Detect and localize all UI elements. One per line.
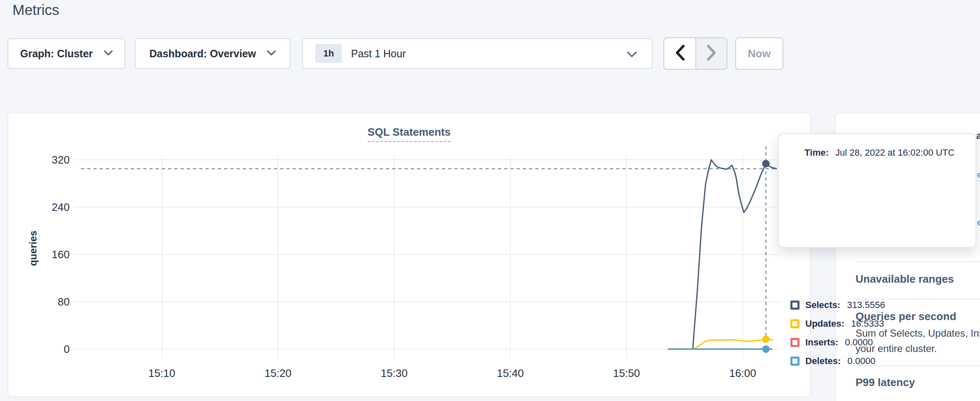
next-time-button[interactable] xyxy=(695,38,726,69)
time-range-label: Past 1 Hour xyxy=(351,48,406,60)
graph-dropdown-label: Graph: Cluster xyxy=(20,48,93,60)
deletes-swatch-icon xyxy=(790,357,800,366)
time-pager xyxy=(663,37,727,70)
chevron-left-icon xyxy=(675,44,685,63)
chevron-down-icon xyxy=(267,50,276,57)
tooltip-row-selects: Selects: 313.5556 xyxy=(790,300,885,311)
inserts-swatch-icon xyxy=(790,338,800,347)
chart-title-row: SQL Statements xyxy=(8,126,810,142)
tooltip-row-deletes: Deletes: 0.0000 xyxy=(790,356,875,367)
divider xyxy=(856,298,980,299)
time-range-picker[interactable]: 1h Past 1 Hour xyxy=(302,38,653,69)
metrics-page: Metrics Graph: Cluster Dashboard: Overvi… xyxy=(0,0,980,401)
tooltip-row-label: Selects: xyxy=(805,300,840,311)
time-range-badge: 1h xyxy=(315,44,342,63)
dashboard-dropdown-label: Dashboard: Overview xyxy=(149,48,256,60)
divider xyxy=(856,261,980,262)
chart-title[interactable]: SQL Statements xyxy=(368,126,451,142)
tooltip-row-label: Inserts: xyxy=(805,337,838,348)
clipped-link-fragment: e xyxy=(977,218,980,227)
graph-dropdown[interactable]: Graph: Cluster xyxy=(7,38,125,69)
dashboard-dropdown[interactable]: Dashboard: Overview xyxy=(135,38,290,69)
tooltip-row-value: 0.0000 xyxy=(848,356,875,367)
sql-statements-card: SQL Statements xyxy=(7,112,811,397)
chevron-down-icon xyxy=(627,51,637,59)
tooltip-row-value: 0.0000 xyxy=(845,337,873,348)
chart-tooltip: Time:Jul 28, 2022 at 16:02:00 UTC Select… xyxy=(778,133,976,248)
updates-swatch-icon xyxy=(790,319,800,328)
clipped-heading-fragment: a xyxy=(976,130,980,142)
chevron-down-icon xyxy=(104,50,113,57)
tooltip-row-value: 313.5556 xyxy=(847,300,885,311)
sidebar-item-p99-latency: P99 latency xyxy=(856,376,915,389)
tooltip-row-label: Deletes: xyxy=(805,356,841,367)
tooltip-row-updates: Updates: 16.5333 xyxy=(790,318,884,329)
tooltip-time-row: Time:Jul 28, 2022 at 16:02:00 UTC xyxy=(804,147,955,158)
selects-swatch-icon xyxy=(790,301,800,310)
now-button[interactable]: Now xyxy=(735,37,783,70)
prev-time-button[interactable] xyxy=(664,38,695,69)
tooltip-time-label: Time: xyxy=(804,147,829,158)
page-title: Metrics xyxy=(12,2,59,18)
tooltip-row-label: Updates: xyxy=(805,318,844,329)
clipped-link-fragment: e xyxy=(977,170,980,180)
sidebar-item-unavailable-ranges: Unavailable ranges xyxy=(856,273,954,286)
chevron-right-icon xyxy=(706,44,717,63)
tooltip-row-value: 16.5333 xyxy=(851,318,884,329)
tooltip-row-inserts: Inserts: 0.0000 xyxy=(790,337,873,348)
tooltip-time-value: Jul 28, 2022 at 16:02:00 UTC xyxy=(835,147,954,158)
sidebar-item-description: Sum of Selects, Updates, Inser xyxy=(856,328,980,339)
